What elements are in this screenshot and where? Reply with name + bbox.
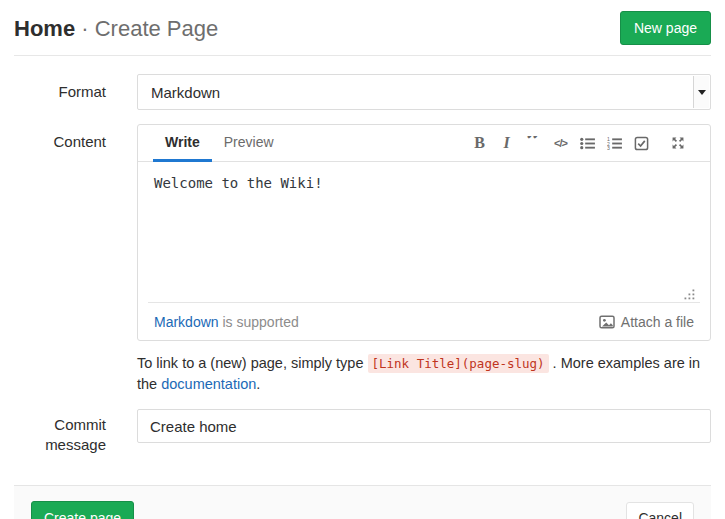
fullscreen-icon[interactable]	[664, 131, 691, 155]
task-list-glyph	[634, 136, 649, 151]
hint-after: .	[256, 376, 260, 392]
markdown-supported-text: is supported	[219, 314, 299, 330]
code-icon[interactable]: </>	[547, 131, 574, 155]
content-row: Content Write Preview B I ” </>	[14, 124, 711, 341]
link-hint-text: To link to a (new) page, simply type [Li…	[137, 353, 711, 394]
markdown-help-link[interactable]: Markdown	[154, 314, 219, 330]
attach-file-label: Attach a file	[621, 314, 694, 330]
title-separator: ·	[81, 16, 88, 41]
quote-icon[interactable]: ”	[520, 131, 547, 155]
format-row: Format Markdown	[14, 74, 711, 110]
svg-text:3: 3	[607, 145, 610, 150]
documentation-link[interactable]: documentation	[161, 376, 256, 392]
hint-before: To link to a (new) page, simply type	[137, 355, 368, 371]
chevron-down-icon	[698, 90, 706, 95]
bold-icon[interactable]: B	[466, 131, 493, 155]
editor-tabbar: Write Preview B I ” </>	[138, 125, 710, 162]
hint-code-example: [Link Title](page-slug)	[368, 354, 549, 373]
content-label: Content	[14, 124, 106, 341]
content-textarea[interactable]: Welcome to the Wiki!	[138, 162, 710, 302]
header-divider	[14, 55, 711, 56]
page-header: Home · Create Page New page	[0, 0, 725, 55]
ordered-list-icon[interactable]: 1 2 3	[601, 131, 628, 155]
new-page-button[interactable]: New page	[620, 11, 711, 45]
tab-preview[interactable]: Preview	[212, 125, 286, 162]
task-list-icon[interactable]	[628, 131, 655, 155]
editor-footer: Markdown is supported Attach a file	[148, 302, 700, 340]
commit-message-label: Commit message	[14, 409, 106, 455]
unordered-list-glyph	[580, 137, 595, 150]
select-arrow-strip[interactable]	[693, 76, 709, 108]
unordered-list-icon[interactable]	[574, 131, 601, 155]
fullscreen-glyph	[671, 136, 685, 150]
form-actions-footer: Create page Cancel	[14, 485, 711, 519]
page-title-secondary: Create Page	[95, 16, 219, 41]
tab-write[interactable]: Write	[153, 125, 212, 162]
italic-icon[interactable]: I	[493, 131, 520, 155]
resize-grip-icon[interactable]	[684, 289, 695, 300]
page-title-primary: Home	[14, 16, 75, 41]
format-label: Format	[14, 74, 106, 110]
resize-grip-glyph	[684, 289, 695, 300]
format-select[interactable]: Markdown	[137, 74, 711, 110]
ordered-list-glyph: 1 2 3	[607, 137, 622, 150]
commit-message-input[interactable]	[137, 409, 711, 443]
page-title: Home · Create Page	[14, 12, 218, 45]
create-page-button[interactable]: Create page	[31, 501, 134, 519]
markdown-toolbar: B I ” </> 1 2	[466, 125, 710, 161]
commit-message-row: Commit message	[14, 409, 711, 455]
textarea-wrap: Welcome to the Wiki!	[138, 162, 710, 302]
attach-file-button[interactable]: Attach a file	[599, 314, 694, 330]
cancel-button[interactable]: Cancel	[626, 502, 694, 519]
attach-image-icon	[599, 314, 615, 330]
format-selected-value: Markdown	[151, 84, 220, 101]
markdown-editor: Write Preview B I ” </>	[137, 124, 711, 341]
